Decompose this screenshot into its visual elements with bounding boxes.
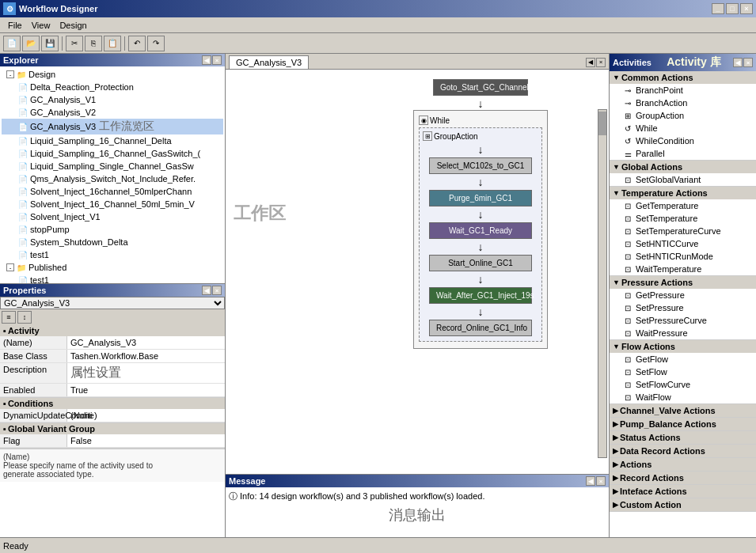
- prop-close-btn[interactable]: ×: [212, 286, 222, 295]
- act-item-getpressure[interactable]: ⊡ GetPressure: [610, 289, 756, 301]
- explorer-close-btn[interactable]: ×: [212, 55, 222, 65]
- toolbar-sep2: [124, 36, 125, 51]
- act-item-waittemp[interactable]: ⊡ WaitTemperature: [610, 263, 756, 275]
- tree-expand-design[interactable]: -: [6, 70, 14, 78]
- act-item-settemp[interactable]: ⊡ SetTemperature: [610, 212, 756, 225]
- prop-section-activity-header[interactable]: ▪ Activity: [0, 325, 225, 336]
- msg-close-btn[interactable]: ×: [596, 476, 606, 486]
- wf-node-goto[interactable]: Goto_Start_GC_Channel: [433, 79, 528, 96]
- tree-item-sol16[interactable]: 📄 Solvent_Inject_16channel_50mlperChann: [2, 185, 223, 198]
- tree-item-gc-v3[interactable]: 📄 GC_Analysis_V3 工作流览区: [2, 119, 223, 134]
- act-item-whilecondition[interactable]: ↺ WhileCondition: [610, 134, 756, 147]
- act-section-status-header[interactable]: ▶ Status Actions: [610, 431, 756, 444]
- wf-node-wait-ready[interactable]: Wait_GC1_Ready: [429, 222, 532, 239]
- wf-node-select[interactable]: Select_MC102s_to_GC1: [429, 157, 532, 174]
- toolbar-open[interactable]: 📂: [22, 36, 40, 51]
- tree-item-pub-test1[interactable]: 📄 test1: [2, 274, 223, 283]
- act-item-sethntice[interactable]: ⊡ SetHNTICCurve: [610, 237, 756, 250]
- toolbar-redo[interactable]: ↷: [147, 36, 165, 51]
- act-pin-btn[interactable]: ◀: [733, 58, 743, 67]
- canvas-content[interactable]: 工作区 Goto_Start_GC_Channel ↓ ◉ While: [226, 70, 609, 474]
- act-item-sethntir[interactable]: ⊡ SetHNTICRunMode: [610, 250, 756, 263]
- toolbar-undo[interactable]: ↶: [128, 36, 146, 51]
- wf-node-start[interactable]: Start_Online_GC1: [429, 255, 532, 271]
- tree-item-liq16d[interactable]: 📄 Liquid_Sampling_16_Channel_Delta: [2, 134, 223, 147]
- app-icon: ⚙: [3, 2, 16, 15]
- workflow-icon4: 📄: [17, 121, 28, 132]
- act-item-gettemp[interactable]: ⊡ GetTemperature: [610, 199, 756, 212]
- wf-node-record[interactable]: Record_Online_GC1_Info: [429, 320, 532, 336]
- act-section-actions-header[interactable]: ▶ Actions: [610, 458, 756, 471]
- act-section-flow-header[interactable]: ▼ Flow Actions: [610, 340, 756, 353]
- properties-select[interactable]: GC_Analysis_V3: [0, 297, 225, 309]
- wf-node-purge[interactable]: Purge_6min_GC1: [429, 190, 532, 206]
- prop-pin-btn[interactable]: ◀: [202, 286, 211, 295]
- act-item-setflow[interactable]: ⊡ SetFlow: [610, 366, 756, 378]
- maximize-button[interactable]: □: [726, 3, 739, 14]
- act-section-record-header[interactable]: ▶ Record Actions: [610, 472, 756, 484]
- tree-item-qms[interactable]: 📄 Qms_Analysis_Switch_Not_Include_Refer.: [2, 172, 223, 185]
- canvas-scrollbar-thumb[interactable]: [598, 112, 606, 135]
- toolbar-save[interactable]: 💾: [41, 36, 59, 51]
- act-item-groupaction[interactable]: ⊞ GroupAction: [610, 109, 756, 122]
- tree-item-stoppump[interactable]: 📄 stopPump: [2, 223, 223, 236]
- explorer-pin-btn[interactable]: ◀: [202, 55, 211, 65]
- act-item-branchpoint[interactable]: ⊸ BranchPoint: [610, 84, 756, 97]
- act-section-temp-header[interactable]: ▼ Temperature Actions: [610, 187, 756, 199]
- prop-section-global-header[interactable]: ▪ Global Variant Group: [0, 423, 225, 434]
- act-section-custom-header[interactable]: ▶ Custom Action: [610, 498, 756, 511]
- act-section-pressure-header[interactable]: ▼ Pressure Actions: [610, 276, 756, 289]
- act-item-settempcurve[interactable]: ⊡ SetTemperatureCurve: [610, 225, 756, 237]
- act-section-common-header[interactable]: ▼ Common Actions: [610, 71, 756, 84]
- act-section-datarecord-header[interactable]: ▶ Data Record Actions: [610, 445, 756, 457]
- toolbar-cut[interactable]: ✂: [66, 36, 83, 51]
- act-item-setglobal[interactable]: ⊡ SetGlobalVariant: [610, 173, 756, 186]
- msg-pin-btn[interactable]: ◀: [586, 476, 595, 486]
- explorer-tree[interactable]: - 📁 Design 📄 Delta_Reaction_Protection 📄…: [0, 66, 225, 283]
- canvas-tab-gc[interactable]: GC_Analysis_V3: [229, 55, 309, 69]
- prop-row-baseclass: Base Class Tashen.Workflow.Base: [0, 350, 225, 363]
- toolbar-paste[interactable]: 📋: [104, 36, 121, 51]
- prop-section-conditions-header[interactable]: ▪ Conditions: [0, 398, 225, 409]
- prop-btn-cat[interactable]: ≡: [2, 311, 16, 324]
- act-section-interface-header[interactable]: ▶ Inteface Actions: [610, 485, 756, 498]
- toolbar-copy[interactable]: ⎘: [85, 36, 102, 51]
- menu-design[interactable]: Design: [55, 19, 91, 32]
- canvas-scrollbar[interactable]: [598, 109, 607, 458]
- act-section-channel-header[interactable]: ▶ Channel_Valve Actions: [610, 404, 756, 417]
- tree-item-published[interactable]: - 📁 Published: [2, 261, 223, 274]
- tree-item-gc-v2[interactable]: 📄 GC_Analysis_V2: [2, 106, 223, 119]
- tree-item-solv1[interactable]: 📄 Solvent_Inject_V1: [2, 210, 223, 223]
- act-item-while[interactable]: ↺ While: [610, 122, 756, 134]
- tree-item-gc-v1[interactable]: 📄 GC_Analysis_V1: [2, 93, 223, 106]
- act-item-setpressure[interactable]: ⊡ SetPressure: [610, 301, 756, 314]
- workflow-flow: Goto_Start_GC_Channel ↓ ◉ While: [401, 78, 560, 349]
- act-item-setflowcurve[interactable]: ⊡ SetFlowCurve: [610, 378, 756, 391]
- act-section-global-header[interactable]: ▼ Global Actions: [610, 161, 756, 173]
- act-item-waitflow[interactable]: ⊡ WaitFlow: [610, 391, 756, 403]
- canvas-pin-btn[interactable]: ◀: [586, 58, 595, 67]
- act-item-parallel[interactable]: ⚌ Parallel: [610, 147, 756, 160]
- tree-item-test1[interactable]: 📄 test1: [2, 248, 223, 261]
- act-item-branchaction[interactable]: ⊸ BranchAction: [610, 97, 756, 109]
- act-close-btn[interactable]: ×: [743, 58, 753, 67]
- act-item-getflow[interactable]: ⊡ GetFlow: [610, 353, 756, 366]
- tree-item-delta[interactable]: 📄 Delta_Reaction_Protection: [2, 81, 223, 93]
- tree-item-liqs[interactable]: 📄 Liquid_Sampling_Single_Channel_GasSw: [2, 160, 223, 172]
- act-item-waitpressure[interactable]: ⊡ WaitPressure: [610, 327, 756, 339]
- tree-expand-pub[interactable]: -: [6, 263, 14, 271]
- close-button[interactable]: ×: [740, 3, 753, 14]
- tree-item-liq16g[interactable]: 📄 Liquid_Sampling_16_Channel_GasSwitch_(: [2, 147, 223, 160]
- toolbar-new[interactable]: 📄: [3, 36, 21, 51]
- menu-file[interactable]: File: [3, 19, 27, 32]
- act-section-pump-header[interactable]: ▶ Pump_Balance Actions: [610, 418, 756, 430]
- prop-btn-sort[interactable]: ↕: [17, 311, 32, 324]
- menu-view[interactable]: View: [27, 19, 55, 32]
- canvas-close-btn[interactable]: ×: [596, 58, 606, 67]
- tree-item-sol16b[interactable]: 📄 Solvent_Inject_16_Channel_50ml_5min_V: [2, 198, 223, 210]
- tree-item-design[interactable]: - 📁 Design: [2, 68, 223, 81]
- act-item-setpressurecurve[interactable]: ⊡ SetPressureCurve: [610, 314, 756, 327]
- tree-item-shutdown[interactable]: 📄 System_Shutdown_Delta: [2, 236, 223, 248]
- wf-node-wait-inject[interactable]: Wait_After_GC1_Inject_19s: [429, 287, 532, 304]
- minimize-button[interactable]: _: [712, 3, 724, 14]
